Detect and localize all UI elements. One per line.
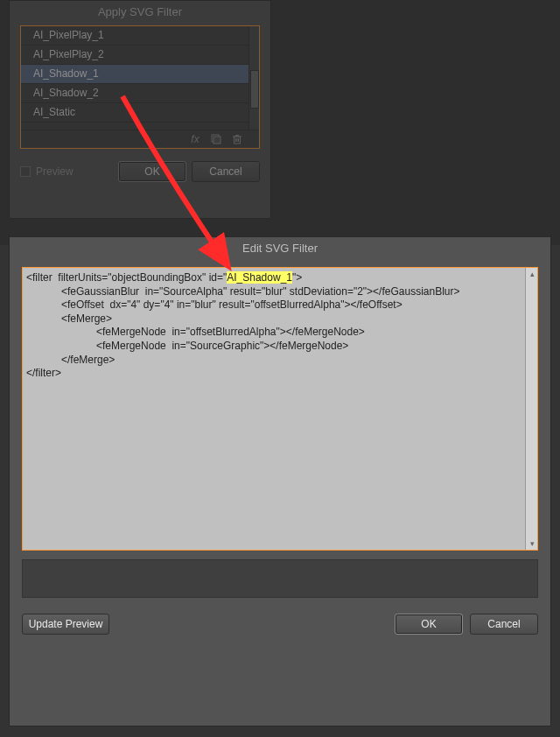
list-item[interactable]: AI_PixelPlay_2 [21,46,259,65]
list-item[interactable]: AI_Shadow_2 [21,84,259,103]
new-filter-icon[interactable] [210,133,222,145]
apply-svg-filter-dialog: Apply SVG Filter AI_PixelPlay_1 AI_Pixel… [9,0,271,219]
trash-icon[interactable] [231,133,243,145]
list-item[interactable]: AI_Static [21,103,259,123]
svg-rect-1 [214,137,220,144]
code-line: <feGaussianBlur in="SourceAlpha" result=… [26,285,460,298]
code-scrollbar-vertical[interactable]: ▴ ▾ [525,268,537,550]
code-editor[interactable]: <filter filterUnits="objectBoundingBox" … [23,268,537,550]
code-line: <filter filterUnits="objectBoundingBox" … [26,271,227,284]
code-line: </filter> [26,367,61,379]
update-preview-button[interactable]: Update Preview [22,614,109,635]
ok-button[interactable]: OK [118,161,186,182]
filter-list-toolbar: fx [21,130,259,148]
filter-list[interactable]: AI_PixelPlay_1 AI_PixelPlay_2 AI_Shadow_… [21,26,259,130]
fx-icon[interactable]: fx [189,133,201,145]
scroll-thumb[interactable] [250,70,259,109]
code-editor-wrap: <filter filterUnits="objectBoundingBox" … [22,267,538,551]
code-line: <feOffset dx="4" dy="4" in="blur" result… [26,298,402,311]
apply-dialog-title: Apply SVG Filter [10,1,270,25]
filter-list-panel: AI_PixelPlay_1 AI_PixelPlay_2 AI_Shadow_… [20,25,260,149]
preview-label: Preview [36,165,74,178]
cancel-button[interactable]: Cancel [470,614,538,635]
scroll-down-icon[interactable]: ▾ [526,537,538,550]
list-item-selected[interactable]: AI_Shadow_1 [21,65,259,84]
cancel-button[interactable]: Cancel [192,161,260,182]
code-line: "> [292,271,302,284]
scroll-up-icon[interactable]: ▴ [526,268,538,280]
message-area [22,559,538,598]
apply-dialog-buttons: Preview OK Cancel [10,149,270,191]
code-line: <feMergeNode in="offsetBlurredAlpha"></f… [26,326,365,338]
code-line: </feMerge> [26,354,115,366]
code-line: <feMergeNode in="SourceGraphic"></feMerg… [26,340,348,352]
code-line: <feMerge> [26,312,112,325]
ok-button[interactable]: OK [395,614,463,635]
edit-dialog-title: Edit SVG Filter [10,237,550,262]
edit-dialog-buttons: Update Preview OK Cancel [10,598,550,643]
code-highlight: AI_Shadow_1 [227,271,292,284]
list-item[interactable]: AI_PixelPlay_1 [21,26,259,46]
scrollbar-vertical[interactable] [248,26,259,130]
edit-svg-filter-dialog: Edit SVG Filter <filter filterUnits="obj… [9,236,551,726]
preview-checkbox[interactable] [20,166,31,177]
